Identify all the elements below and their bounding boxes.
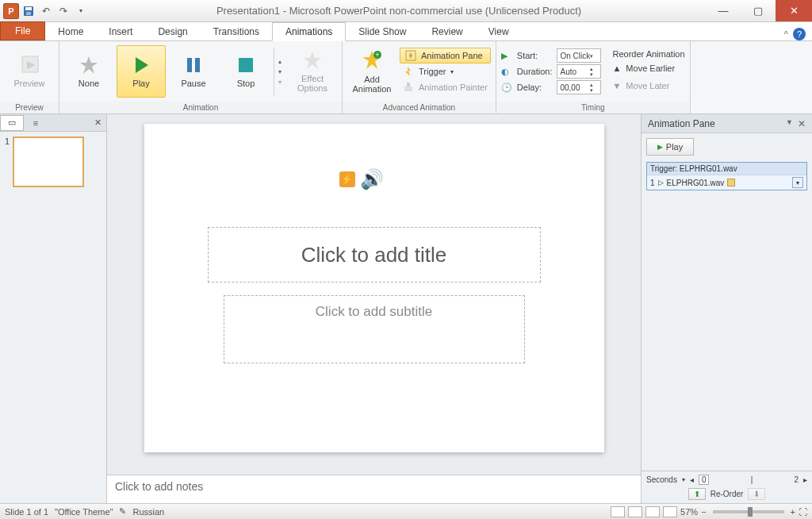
- svg-rect-18: [407, 83, 410, 86]
- svg-rect-7: [187, 58, 192, 72]
- qat-dropdown-icon[interactable]: ▾: [73, 3, 89, 19]
- trigger-button[interactable]: Trigger ▾: [400, 63, 491, 79]
- trigger-row: Trigger: ELPHRG01.wav: [647, 163, 806, 175]
- svg-rect-17: [404, 86, 412, 91]
- reading-view-button[interactable]: [645, 506, 660, 517]
- zoom-in-button[interactable]: +: [791, 507, 795, 517]
- pane-close-icon[interactable]: ✕: [798, 118, 806, 129]
- svg-marker-10: [304, 52, 321, 69]
- close-panel-icon[interactable]: ✕: [90, 117, 106, 128]
- outline-tab-icon[interactable]: ≡: [24, 115, 48, 131]
- app-icon[interactable]: P: [3, 3, 19, 19]
- tab-animations[interactable]: Animations: [272, 22, 346, 41]
- timeline-left-icon[interactable]: ◂: [690, 475, 694, 484]
- tab-home[interactable]: Home: [45, 23, 96, 40]
- svg-marker-6: [136, 57, 148, 73]
- zoom-slider[interactable]: [713, 510, 784, 513]
- up-arrow-icon: ⬆: [694, 490, 700, 498]
- slide-thumbnail[interactable]: 1: [0, 132, 106, 192]
- subtitle-placeholder[interactable]: Click to add subtitle: [224, 295, 525, 363]
- speaker-icon[interactable]: 🔊: [360, 168, 384, 190]
- add-animation-button[interactable]: + Add Animation: [347, 45, 396, 98]
- tab-transitions[interactable]: Transitions: [201, 23, 272, 40]
- effect-options-button[interactable]: Effect Options: [288, 45, 337, 98]
- animation-pane-button[interactable]: Animation Pane: [400, 48, 491, 63]
- svg-rect-9: [239, 58, 253, 72]
- start-label: Start:: [517, 51, 553, 60]
- animation-indicator-icon[interactable]: ⚡: [339, 171, 355, 187]
- seconds-label: Seconds: [646, 475, 677, 484]
- timeline-tick-2: 2: [794, 475, 799, 484]
- ribbon: Preview Preview None Play Pause Stop: [0, 41, 812, 114]
- maximize-button[interactable]: ▢: [741, 0, 776, 21]
- up-icon: ▲: [612, 63, 621, 73]
- pane-dropdown-icon[interactable]: ▼: [786, 118, 793, 129]
- help-icon[interactable]: ?: [793, 28, 806, 40]
- svg-rect-1: [25, 7, 32, 10]
- spellcheck-icon[interactable]: ✎: [119, 506, 126, 517]
- anim-stop-button[interactable]: Stop: [221, 45, 270, 98]
- svg-rect-2: [26, 12, 31, 15]
- zoom-out-button[interactable]: −: [701, 507, 706, 517]
- down-icon: ▼: [612, 81, 621, 90]
- slide-canvas[interactable]: ⚡ 🔊 Click to add title Click to add subt…: [144, 124, 604, 452]
- minimize-button[interactable]: —: [706, 0, 741, 21]
- sorter-view-button[interactable]: [628, 506, 642, 517]
- move-later-button[interactable]: ▼Move Later: [612, 78, 684, 94]
- animation-painter-button[interactable]: Animation Painter: [400, 79, 491, 95]
- tab-insert[interactable]: Insert: [96, 23, 145, 40]
- animation-pane-icon: [405, 50, 416, 61]
- reorder-up-button[interactable]: ⬆: [688, 488, 706, 500]
- animation-play-button[interactable]: ▶ Play: [646, 138, 694, 156]
- group-advanced-animation: + Add Animation Animation Pane Trigger ▾: [343, 41, 496, 113]
- anim-play-button[interactable]: Play: [117, 45, 166, 98]
- animation-item-index: 1: [650, 179, 655, 187]
- title-placeholder[interactable]: Click to add title: [208, 227, 541, 283]
- preview-label: Preview: [13, 79, 44, 88]
- language-indicator[interactable]: Russian: [132, 507, 164, 517]
- fit-to-window-button[interactable]: ⛶: [799, 507, 807, 517]
- slides-tab-icon[interactable]: ▭: [0, 115, 24, 131]
- undo-icon[interactable]: ↶: [38, 3, 54, 19]
- group-timing-label: Timing: [496, 102, 690, 113]
- minimize-ribbon-icon[interactable]: ^: [784, 29, 788, 39]
- tab-review[interactable]: Review: [419, 23, 475, 40]
- group-preview: Preview Preview: [0, 41, 59, 113]
- ribbon-tabs: File Home Insert Design Transitions Anim…: [0, 22, 812, 41]
- duration-input[interactable]: Auto▴▾: [557, 64, 601, 79]
- group-timing: ▶ Start: On Click▾ ◐ Duration: Auto▴▾ 🕒 …: [496, 41, 691, 113]
- notes-pane[interactable]: Click to add notes: [107, 475, 641, 503]
- animation-gallery-more[interactable]: ▴▾▿: [274, 48, 285, 95]
- chevron-down-icon: ▾: [450, 68, 454, 75]
- chevron-down-icon[interactable]: ▾: [682, 476, 685, 483]
- tab-file[interactable]: File: [0, 21, 45, 40]
- anim-none-button[interactable]: None: [64, 45, 113, 98]
- delay-input[interactable]: 00,00▴▾: [557, 80, 601, 94]
- svg-text:+: +: [375, 51, 379, 59]
- close-button[interactable]: ✕: [776, 0, 812, 21]
- move-earlier-button[interactable]: ▲Move Earlier: [612, 60, 684, 76]
- reorder-down-button[interactable]: ⬇: [748, 488, 765, 500]
- timeline-right-icon[interactable]: ▸: [803, 475, 807, 484]
- group-animation-label: Animation: [59, 102, 342, 113]
- slide-number: 1: [5, 136, 10, 187]
- group-animation: None Play Pause Stop ▴▾▿ Effect Options: [59, 41, 343, 113]
- workspace: ▭ ≡ ✕ 1 ⚡ 🔊 Click to add title Click to …: [0, 114, 812, 503]
- animation-item-dropdown[interactable]: ▾: [792, 177, 803, 188]
- tab-slideshow[interactable]: Slide Show: [346, 23, 419, 40]
- animation-item[interactable]: 1 ▷ ELPHRG01.wav ▾: [647, 175, 806, 190]
- save-icon[interactable]: [21, 3, 36, 19]
- preview-button[interactable]: Preview: [5, 45, 54, 98]
- start-dropdown[interactable]: On Click▾: [557, 48, 601, 63]
- tab-view[interactable]: View: [476, 23, 522, 40]
- anim-pause-button[interactable]: Pause: [169, 45, 218, 98]
- delay-label: Delay:: [517, 83, 553, 92]
- animation-list: Trigger: ELPHRG01.wav 1 ▷ ELPHRG01.wav ▾: [646, 162, 807, 190]
- slideshow-view-button[interactable]: [663, 506, 677, 517]
- tab-design[interactable]: Design: [145, 23, 200, 40]
- trigger-icon: [403, 66, 414, 77]
- redo-icon[interactable]: ↷: [56, 3, 71, 19]
- normal-view-button[interactable]: [611, 506, 625, 517]
- zoom-level[interactable]: 57%: [680, 507, 698, 517]
- titlebar: P ↶ ↷ ▾ Presentation1 - Microsoft PowerP…: [0, 0, 812, 22]
